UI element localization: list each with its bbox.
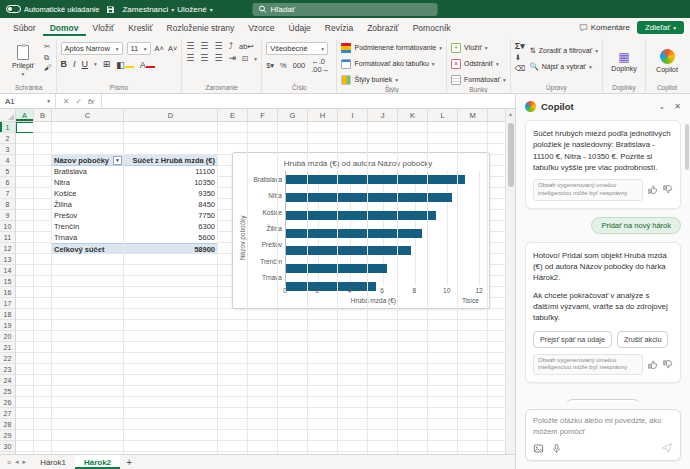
row-header-8[interactable]: 8 [0, 199, 15, 210]
ribbon-tab-pomocnik[interactable]: Pomocník [406, 19, 458, 36]
row-header-29[interactable]: 29 [0, 430, 15, 441]
select-all-corner[interactable] [0, 109, 16, 122]
row-header-2[interactable]: 2 [0, 133, 15, 144]
search-box[interactable]: Hľadať [253, 3, 438, 16]
ribbon-tab-vlozit[interactable]: Vložiť [86, 19, 122, 36]
filter-icon[interactable]: ▾ [113, 156, 122, 165]
row-header-11[interactable]: 11 [0, 232, 15, 243]
ribbon-tab-domov[interactable]: Domov [43, 19, 86, 36]
font-size-select[interactable]: 11▾ [127, 42, 151, 55]
find-select-button[interactable]: 🔍Nájsť a vybrať▾ [529, 60, 598, 73]
share-button[interactable]: Zdieľať ▾ [637, 21, 684, 34]
wrap-text-icon[interactable]: ab↩ [239, 43, 254, 51]
autosave-toggle-switch[interactable] [6, 5, 21, 13]
copy-icon[interactable]: ⧉ [44, 54, 52, 62]
row-header-3[interactable]: 3 [0, 144, 15, 155]
mic-icon[interactable] [551, 443, 562, 454]
row-header-5[interactable]: 5 [0, 166, 15, 177]
pivot-header-cell[interactable]: Názov pobočky▾ [52, 156, 124, 165]
row-header-7[interactable]: 7 [0, 188, 15, 199]
row-header-6[interactable]: 6 [0, 177, 15, 188]
column-header-m[interactable]: M [458, 109, 488, 121]
chart[interactable]: Hrubá mzda (€) od autora Názov pobočky N… [232, 152, 490, 309]
row-header-1[interactable]: 1 [0, 122, 15, 133]
format-cells-button[interactable]: Formátovať▾ [451, 73, 506, 86]
pivot-cell-name[interactable]: Bratislava [52, 167, 124, 176]
pivot-cell-name[interactable]: Trnava [52, 233, 124, 242]
ribbon-tab-subor[interactable]: Súbor [6, 19, 43, 36]
row-header-13[interactable]: 13 [0, 254, 15, 265]
underline-icon[interactable]: U [82, 60, 89, 69]
row-header-22[interactable]: 22 [0, 353, 15, 364]
shrink-font-icon[interactable]: A˅ [168, 45, 177, 53]
row-header-19[interactable]: 19 [0, 320, 15, 331]
add-sheet-button[interactable]: + [122, 455, 136, 469]
pivot-cell-value[interactable]: 8450 [124, 200, 218, 209]
comments-button[interactable]: Komentáre [579, 23, 630, 32]
format-painter-icon[interactable]: 🖌 [44, 64, 52, 72]
add-to-new-sheet-button[interactable]: Pridať na nový hárok [591, 217, 681, 234]
image-attach-icon[interactable] [533, 443, 544, 454]
column-header-l[interactable]: L [428, 109, 458, 121]
column-header-a[interactable]: A [16, 109, 34, 121]
cell-styles-button[interactable]: Štýly buniek▾ [341, 73, 441, 86]
sheet-menu-icon[interactable]: ≡ [7, 459, 11, 466]
column-header-c[interactable]: C [52, 109, 124, 121]
sheet-tab-harok1[interactable]: Hárok1 [31, 455, 75, 469]
sort-filter-button[interactable]: ⇅Zoradiť a filtrovať▾ [529, 44, 598, 57]
enter-icon[interactable]: ✓ [75, 97, 82, 106]
name-box[interactable]: A1 ▾ [0, 94, 56, 108]
scrollbar-thumb[interactable] [508, 123, 514, 187]
pivot-cell-name[interactable]: Košice [52, 189, 124, 198]
borders-icon[interactable]: ⊞ [103, 60, 111, 69]
pivot-cell-name[interactable]: Prešov [52, 211, 124, 220]
sheet-next-icon[interactable]: ▸ [23, 458, 27, 466]
vertical-scrollbar[interactable]: ▲ [505, 109, 515, 454]
row-header-26[interactable]: 26 [0, 397, 15, 408]
comma-style-icon[interactable]: 000 [293, 62, 306, 70]
expand-pane-icon[interactable]: ⌄ [659, 102, 666, 111]
ribbon-tab-kreslit[interactable]: Kresliť [121, 19, 159, 36]
ribbon-tab-rozlozenie-strany[interactable]: Rozloženie strany [160, 19, 242, 36]
ribbon-tab-zobrazit[interactable]: Zobraziť [360, 19, 406, 36]
column-header-b[interactable]: B [34, 109, 52, 121]
save-icon[interactable] [106, 5, 115, 14]
change-topic-button[interactable]: Zmeniť tému [564, 399, 642, 402]
row-header-23[interactable]: 23 [0, 364, 15, 375]
row-header-12[interactable]: 12 [0, 243, 15, 254]
align-top-icon[interactable]: ☰ [186, 42, 194, 51]
column-header-k[interactable]: K [398, 109, 428, 121]
insert-function-icon[interactable]: fx [88, 97, 94, 106]
pivot-cell-name[interactable]: Nitra [52, 178, 124, 187]
orientation-icon[interactable]: ⤴ [229, 42, 234, 51]
row-header-21[interactable]: 21 [0, 342, 15, 353]
ribbon-tab-udaje[interactable]: Údaje [282, 19, 318, 36]
delete-cells-button[interactable]: ×Odstrániť▾ [451, 57, 506, 70]
row-header-24[interactable]: 24 [0, 375, 15, 386]
align-center-icon[interactable]: ☰ [200, 54, 208, 63]
conditional-formatting-button[interactable]: Podmienené formátovanie▾ [341, 41, 441, 54]
format-as-table-button[interactable]: Formátovať ako tabuľku▾ [341, 57, 441, 70]
close-pane-icon[interactable]: ✕ [674, 102, 681, 111]
pivot-cell-name[interactable]: Trenčín [52, 222, 124, 231]
font-color-icon[interactable]: A [140, 58, 155, 70]
pivot-header-cell[interactable]: Súčet z Hrubá mzda (€) [124, 156, 218, 165]
fill-color-icon[interactable]: ◧ [116, 58, 134, 70]
row-header-15[interactable]: 15 [0, 276, 15, 287]
row-header-27[interactable]: 27 [0, 408, 15, 419]
row-header-30[interactable]: 30 [0, 441, 15, 452]
column-header-i[interactable]: I [338, 109, 368, 121]
align-left-icon[interactable]: ☰ [186, 54, 194, 63]
grow-font-icon[interactable]: A˄ [155, 45, 164, 53]
addins-button[interactable]: ▦ Doplnky [607, 40, 641, 82]
thumbs-up-icon[interactable] [647, 184, 658, 195]
ribbon-tab-vzorce[interactable]: Vzorce [241, 19, 281, 36]
row-header-16[interactable]: 16 [0, 287, 15, 298]
document-title[interactable]: Zamestnanci ▾ Uložené ▾ [122, 5, 212, 14]
selected-cell[interactable] [16, 122, 34, 133]
chart-bar[interactable] [286, 211, 436, 220]
sheet-tab-harok2[interactable]: Hárok2 [75, 455, 120, 469]
autosave-toggle[interactable]: Automatické ukladanie [6, 5, 99, 14]
paste-button[interactable]: Prilepiť ▾ [6, 40, 40, 82]
copilot-input[interactable]: Položte otázku alebo mi povedzte, ako mô… [525, 409, 681, 461]
